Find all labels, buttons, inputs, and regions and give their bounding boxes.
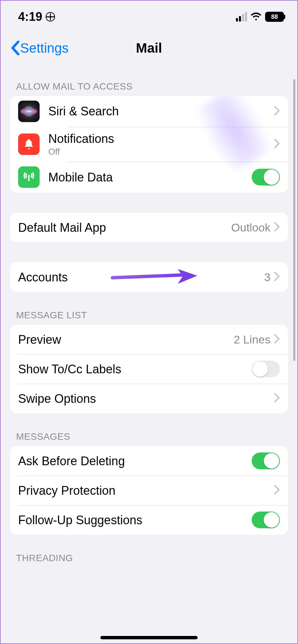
row-siri-search[interactable]: Siri & Search [10,96,288,127]
row-ask-before-deleting: Ask Before Deleting [10,446,288,476]
row-label: Accounts [18,270,264,284]
siri-icon [18,101,40,122]
group-access: Siri & Search Notifications Off Mobile D… [10,96,288,193]
chevron-right-icon [274,139,280,150]
back-button[interactable]: Settings [10,41,69,56]
row-show-tocc: Show To/Cc Labels [10,354,288,384]
section-header-message-list: Message List [1,292,297,325]
group-message-list: Preview 2 Lines Show To/Cc Labels Swipe … [10,325,288,413]
row-label: Show To/Cc Labels [18,362,252,376]
row-notifications[interactable]: Notifications Off [10,127,288,162]
scroll-indicator[interactable] [293,79,295,361]
row-value: 2 Lines [234,333,270,346]
home-indicator[interactable] [100,636,198,639]
row-label: Mobile Data [48,170,252,184]
section-header-access: Allow Mail to Access [1,63,297,96]
wifi-icon [250,12,262,22]
row-subtitle: Off [48,147,274,157]
section-header-messages: Messages [1,413,297,446]
row-mobile-data: Mobile Data [10,162,288,193]
row-label: Preview [18,332,234,347]
row-label: Siri & Search [48,104,274,118]
chevron-right-icon [274,106,280,117]
antenna-icon [18,166,40,188]
back-label: Settings [20,41,69,56]
row-default-mail-app[interactable]: Default Mail App Outlook [10,213,288,242]
group-messages: Ask Before Deleting Privacy Protection F… [10,446,288,535]
battery-indicator: 88 [265,12,284,22]
chevron-right-icon [274,485,280,496]
row-label: Swipe Options [18,391,274,406]
row-label: Notifications [48,131,274,146]
nav-bar: Settings Mail [1,33,297,63]
toggle-follow-up[interactable] [252,512,280,528]
status-bar: 4:19 88 [1,1,297,27]
location-globe-icon [46,12,55,21]
toggle-mobile-data[interactable] [252,169,280,185]
section-header-threading: Threading [1,535,297,568]
toggle-ask-before-deleting[interactable] [252,452,280,469]
group-default-app: Default Mail App Outlook [10,213,288,242]
chevron-right-icon [274,271,280,283]
row-label: Default Mail App [18,220,231,235]
row-value: 3 [264,271,270,284]
page-title: Mail [136,41,162,56]
row-label: Follow-Up Suggestions [18,513,252,527]
cellular-signal-icon [236,12,247,21]
chevron-right-icon [274,334,280,345]
row-swipe-options[interactable]: Swipe Options [10,384,288,413]
status-time: 4:19 [18,10,42,24]
row-accounts[interactable]: Accounts 3 [10,262,288,292]
row-privacy-protection[interactable]: Privacy Protection [10,476,288,505]
row-value: Outlook [231,221,270,234]
toggle-show-tocc[interactable] [252,361,280,377]
row-label: Privacy Protection [18,483,274,498]
bell-icon [18,133,40,155]
chevron-right-icon [274,222,280,233]
chevron-right-icon [274,393,280,404]
row-label: Ask Before Deleting [18,454,252,468]
row-preview[interactable]: Preview 2 Lines [10,325,288,354]
row-follow-up-suggestions: Follow-Up Suggestions [10,505,288,535]
group-accounts: Accounts 3 [10,262,288,292]
